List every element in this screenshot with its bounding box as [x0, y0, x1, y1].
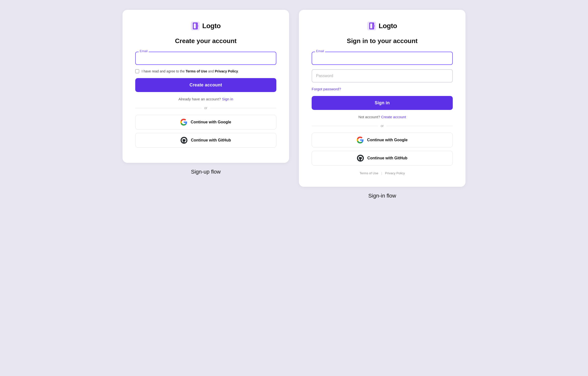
signup-account-link-row: Already have an account? Sign in	[135, 97, 276, 101]
svg-point-10	[373, 25, 375, 27]
signin-card: Logto Sign in to your account Email Forg…	[299, 10, 466, 187]
signup-flow-container: Logto Create your account Email I have r…	[122, 10, 289, 175]
signup-email-group: Email	[135, 52, 276, 65]
signin-flow-container: Logto Sign in to your account Email Forg…	[299, 10, 466, 199]
signup-privacy-link[interactable]: Privacy Policy	[215, 69, 238, 73]
signin-logto-logo-icon	[367, 22, 376, 30]
signup-signin-link[interactable]: Sign in	[222, 97, 233, 101]
svg-rect-9	[370, 24, 372, 28]
signup-flow-label: Sign-up flow	[191, 169, 220, 175]
signup-google-label: Continue with Google	[191, 120, 231, 124]
signup-google-button[interactable]: Continue with Google	[135, 115, 276, 129]
signup-terms-link[interactable]: Terms of Use	[186, 69, 207, 73]
signin-create-link[interactable]: Create account	[381, 115, 406, 119]
signin-github-icon	[357, 155, 364, 162]
signin-github-button[interactable]: Continue with GitHub	[312, 151, 453, 165]
google-icon	[180, 119, 187, 126]
signup-terms-checkbox[interactable]	[135, 69, 139, 73]
signup-logo-text: Logto	[202, 22, 220, 30]
signup-logo-area: Logto	[135, 22, 276, 30]
signin-logo-area: Logto	[312, 22, 453, 30]
signup-title: Create your account	[135, 37, 276, 45]
signup-github-button[interactable]: Continue with GitHub	[135, 133, 276, 148]
signin-footer-links: Terms of Use | Privacy Policy	[312, 171, 453, 175]
signin-account-link-row: Not account? Create account	[312, 115, 453, 119]
signin-password-input[interactable]	[312, 69, 453, 82]
forgot-password-link[interactable]: Forgot password?	[312, 87, 453, 91]
signin-logo-text: Logto	[379, 22, 397, 30]
signin-email-label: Email	[315, 49, 325, 53]
signup-email-input[interactable]	[135, 52, 276, 65]
signup-terms-text: I have read and agree to the Terms of Us…	[142, 69, 239, 73]
svg-point-11	[357, 155, 364, 162]
logto-logo-icon	[191, 22, 200, 30]
signup-email-label: Email	[139, 49, 149, 53]
signin-terms-link[interactable]: Terms of Use	[360, 171, 379, 175]
signin-flow-label: Sign-in flow	[368, 193, 396, 199]
signup-divider: or	[135, 106, 276, 110]
signin-password-group	[312, 69, 453, 82]
svg-point-4	[196, 25, 198, 27]
signin-title: Sign in to your account	[312, 37, 453, 45]
signin-github-label: Continue with GitHub	[367, 156, 407, 160]
signin-email-group: Email	[312, 52, 453, 65]
signup-terms-row: I have read and agree to the Terms of Us…	[135, 69, 276, 73]
signup-github-label: Continue with GitHub	[191, 138, 231, 142]
svg-rect-3	[194, 24, 196, 28]
signin-google-label: Continue with Google	[367, 138, 407, 142]
create-account-button[interactable]: Create account	[135, 78, 276, 92]
signin-button[interactable]: Sign in	[312, 96, 453, 110]
svg-point-5	[181, 137, 187, 144]
signin-divider: or	[312, 124, 453, 128]
signin-google-icon	[357, 137, 364, 143]
signin-privacy-link[interactable]: Privacy Policy	[385, 171, 405, 175]
signin-email-input[interactable]	[312, 52, 453, 65]
signup-card: Logto Create your account Email I have r…	[122, 10, 289, 163]
github-icon	[181, 137, 187, 144]
signin-google-button[interactable]: Continue with Google	[312, 133, 453, 147]
